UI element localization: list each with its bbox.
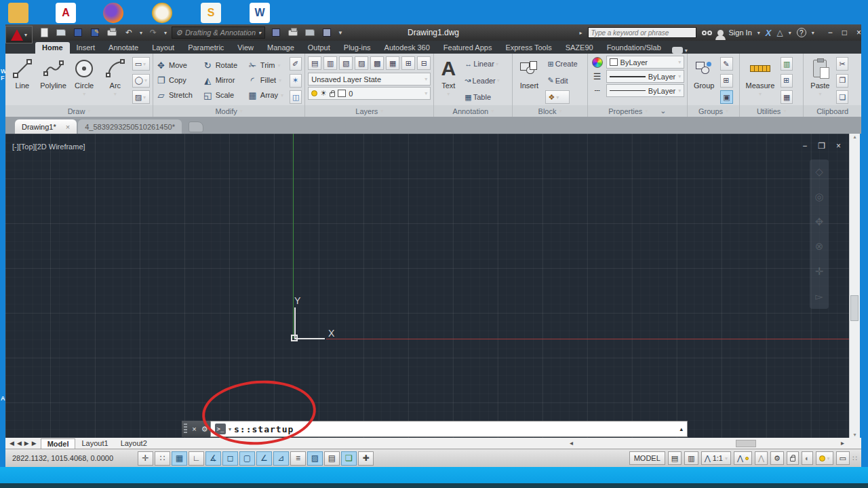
linetype-icon[interactable]: ┄	[591, 86, 604, 96]
offset-button[interactable]: ◫	[290, 90, 302, 104]
panel-launcher-icon[interactable]: ⌄	[660, 107, 666, 115]
plot-preview-button[interactable]	[287, 27, 299, 38]
window-maximize-button[interactable]: □	[842, 28, 847, 37]
rectangle-button[interactable]: ▭▾	[132, 57, 150, 71]
tab-featured-apps[interactable]: Featured Apps	[437, 42, 499, 54]
save-button[interactable]	[72, 27, 84, 38]
showmotion-icon[interactable]: ▻	[815, 290, 823, 303]
tab-parametric[interactable]: Parametric	[181, 42, 231, 54]
utilities-panel-caption[interactable]: Utilities▾	[740, 105, 803, 117]
annotation-monitor-toggle[interactable]: ✚	[358, 451, 374, 466]
modify-panel-caption[interactable]: Modify▾	[153, 105, 304, 117]
model-space-button[interactable]: MODEL	[629, 451, 665, 465]
word-doc-icon[interactable]: W	[250, 3, 270, 23]
stretch-button[interactable]: ▱Stretch	[156, 90, 196, 100]
file-tab-2[interactable]: 4_5839293250510261450*	[78, 119, 182, 134]
hardware-acceleration-button[interactable]: ▾	[816, 451, 833, 465]
zoom-icon[interactable]: ⊗	[815, 240, 824, 252]
trim-button[interactable]: ✁Trim▾	[248, 60, 287, 71]
layout2-tab[interactable]: Layout2	[115, 438, 153, 448]
infer-constraints-toggle[interactable]: ✛	[138, 451, 153, 466]
lineweight-toggle[interactable]: ≡	[290, 451, 306, 466]
tab-annotate[interactable]: Annotate	[102, 42, 145, 54]
user-folder-icon[interactable]	[8, 3, 28, 23]
erase-button[interactable]: ✐	[290, 57, 302, 71]
undo-button[interactable]: ↶	[123, 27, 135, 38]
annotation-visibility-button[interactable]: ⋀	[734, 451, 752, 465]
tab-autodesk360[interactable]: Autodesk 360	[378, 42, 437, 54]
hscroll-left-arrow[interactable]: ◂	[570, 439, 573, 447]
dynamic-input-toggle[interactable]: ⊿	[273, 451, 289, 466]
quick-properties-toggle[interactable]: ▤	[324, 451, 340, 466]
object-color-combo[interactable]: ByLayer▾	[606, 56, 685, 69]
navigation-bar[interactable]: ◇ ◎ ✥ ⊗ ✛ ▻	[810, 159, 829, 309]
mascot-app-icon[interactable]	[152, 3, 172, 23]
layer-lock-button[interactable]: ⊞	[401, 56, 415, 70]
array-button[interactable]: ▦Array▾	[248, 90, 287, 100]
sign-in-dropdown[interactable]: ▾	[757, 30, 760, 36]
quick-calc-button[interactable]: ▦	[781, 90, 793, 104]
a360-dropdown[interactable]: ▾	[789, 30, 791, 36]
scale-button[interactable]: ◱Scale	[203, 90, 241, 100]
text-button[interactable]: A Text ▾	[437, 56, 460, 105]
layer-walk-button[interactable]: ⊟	[417, 56, 431, 70]
leader-button[interactable]: ↝Leader▾	[462, 74, 509, 88]
drawing-canvas[interactable]: [-][Top][2D Wireframe] − ❐ × ◇ ◎ ✥ ⊗ ✛ ▻…	[5, 134, 849, 438]
open-button[interactable]	[55, 27, 67, 38]
viewcube-icon[interactable]: ◇	[815, 166, 823, 178]
table-button[interactable]: ▦Table	[462, 90, 509, 104]
paste-button[interactable]: Paste ▾	[806, 56, 833, 105]
tab-navigation-arrows[interactable]: ◀ ◀ ▶ ▶	[5, 440, 41, 447]
layers-panel-caption[interactable]: Layers▾	[305, 105, 433, 117]
tab-home[interactable]: Home	[35, 42, 70, 54]
layer-match-button[interactable]: ▥	[323, 56, 337, 70]
workspace-switching-button[interactable]: ⚙	[770, 451, 784, 465]
model-tab[interactable]: Model	[41, 438, 76, 449]
layer-unisolate-button[interactable]: ▨	[355, 56, 368, 70]
autoscale-button[interactable]: ⋀	[755, 451, 768, 465]
hatch-button[interactable]: ▨▾	[132, 90, 150, 104]
autodesk360-icon[interactable]: △	[776, 28, 783, 37]
edit-block-button[interactable]: ✎Edit	[545, 74, 584, 88]
undo-dropdown[interactable]: ▾	[140, 30, 142, 36]
horizontal-scroll-thumb[interactable]	[736, 440, 756, 447]
drawings-quick-view-button[interactable]: ▥	[684, 451, 698, 465]
tab-output[interactable]: Output	[301, 42, 337, 54]
object-snap-tracking-toggle[interactable]: ∠	[256, 451, 272, 466]
sign-in-link[interactable]: Sign In	[729, 29, 752, 37]
annotation-panel-caption[interactable]: Annotation▾	[434, 105, 512, 117]
draw-panel-caption[interactable]: Draw▾	[5, 105, 153, 117]
plot-button[interactable]	[106, 27, 118, 38]
move-button[interactable]: ✥Move	[156, 60, 196, 71]
hscroll-right-arrow[interactable]: ▸	[841, 439, 844, 447]
batch-plot-button[interactable]	[270, 27, 282, 38]
command-collapse-icon[interactable]: ▴	[679, 426, 683, 432]
vertical-scroll-thumb[interactable]	[850, 295, 859, 321]
layer-combo[interactable]: ☀ 0 ▾	[308, 87, 431, 100]
window-close-button[interactable]: ×	[856, 28, 861, 37]
circle-button[interactable]: Circle ▾	[70, 56, 98, 105]
tab-plugins[interactable]: Plug-ins	[337, 42, 378, 54]
object-snap-toggle[interactable]: ◻	[222, 451, 238, 466]
group-button[interactable]: Group	[690, 56, 717, 105]
linear-dimension-button[interactable]: ↔Linear▾	[462, 57, 509, 71]
tab-view[interactable]: View	[231, 42, 260, 54]
snap-mode-toggle[interactable]: ∷	[155, 451, 170, 466]
quick-select-button[interactable]: ⊞	[781, 74, 793, 88]
explode-button[interactable]: ✶	[290, 74, 302, 88]
ribbon-display-toggle[interactable]: ▾	[672, 47, 688, 54]
close-tab-icon[interactable]: ×	[66, 123, 70, 131]
clean-screen-button[interactable]: ▭	[836, 451, 850, 465]
tab-manage[interactable]: Manage	[260, 42, 301, 54]
groups-panel-caption[interactable]: Groups▾	[688, 105, 739, 117]
search-input[interactable]	[588, 27, 696, 38]
attribute-button[interactable]: ❖▾	[545, 90, 570, 104]
viewport-close-button[interactable]: ×	[836, 141, 841, 151]
new-button[interactable]	[38, 27, 50, 38]
color-wheel-icon[interactable]	[591, 57, 604, 68]
app-menu-button[interactable]: ▾	[5, 26, 33, 43]
orbit-icon[interactable]: ✛	[815, 265, 824, 278]
clipboard-panel-caption[interactable]: Clipboard	[804, 105, 861, 117]
render-button[interactable]	[304, 27, 316, 38]
lineweight-icon[interactable]: ☰	[591, 71, 604, 81]
